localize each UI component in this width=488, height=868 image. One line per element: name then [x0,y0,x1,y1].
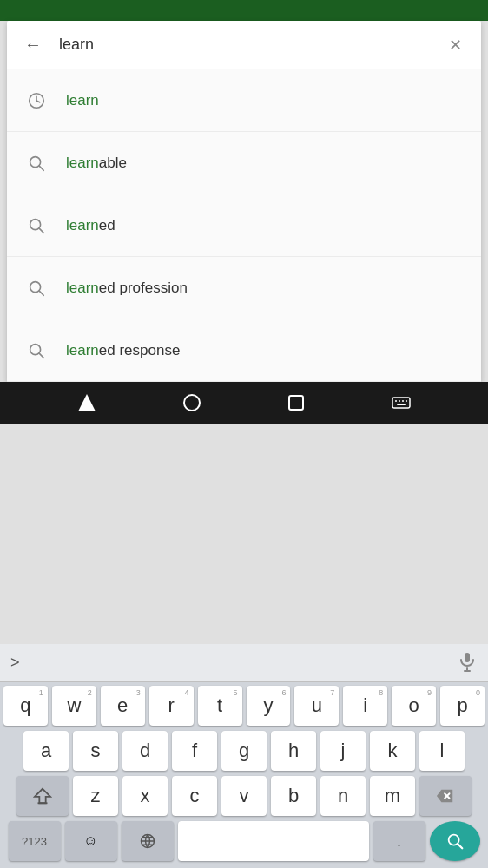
space-key[interactable] [178,821,369,861]
back-arrow-icon: ← [24,35,42,55]
key-row-1: 1q 2w 3e 4r 5t 6y 7u 8i 9o 0p [3,686,485,726]
svg-line-21 [458,844,462,848]
suggestion-text: learn [66,92,99,109]
clock-icon [21,85,52,116]
globe-key[interactable] [122,821,174,861]
search-icon [21,335,52,366]
bottom-nav [0,382,488,424]
key-c[interactable]: c [172,776,217,816]
key-b[interactable]: b [271,776,316,816]
highlight-text: learn [66,92,99,108]
suggestion-text: learned response [66,342,180,359]
suggestion-item-learned[interactable]: learned [7,194,481,257]
key-j[interactable]: j [320,731,366,771]
svg-point-23 [184,395,200,411]
keyboard-container: > 1q 2w 3e 4r 5t 6y 7u 8i 9o 0p a [0,644,488,868]
status-bar [0,0,488,21]
key-row-2: a s d f g h j k l [3,731,485,771]
key-x[interactable]: x [122,776,168,816]
svg-marker-14 [35,789,50,804]
key-d[interactable]: d [122,731,168,771]
period-key[interactable]: . [373,821,425,861]
key-a[interactable]: a [23,731,69,771]
svg-marker-22 [78,394,96,411]
highlight-text: learn [66,155,99,171]
key-i[interactable]: 8i [343,686,387,726]
suggestion-item-learn[interactable]: learn [7,69,481,132]
rest-text: ed profession [99,279,188,296]
key-f[interactable]: f [172,731,217,771]
key-q[interactable]: 1q [3,686,48,726]
suggestions-list: learn learnable [7,69,481,382]
clear-icon: ✕ [449,36,462,55]
key-row-4: ?123 ☺ . [3,821,485,861]
highlight-text: learn [66,279,99,296]
key-e[interactable]: 3e [101,686,145,726]
svg-line-10 [39,353,43,358]
search-icon [21,273,52,304]
suggestion-text: learnable [66,155,127,172]
key-t[interactable]: 5t [198,686,242,726]
key-u[interactable]: 7u [294,686,339,726]
shift-key[interactable] [16,776,69,816]
suggestion-item-learnable[interactable]: learnable [7,132,481,194]
key-m[interactable]: m [370,776,415,816]
key-row-3: z x c v b n m [3,776,485,816]
key-w[interactable]: 2w [52,686,96,726]
key-o[interactable]: 9o [392,686,436,726]
clear-button[interactable]: ✕ [439,30,471,61]
svg-rect-11 [465,653,470,662]
svg-line-6 [39,228,43,233]
symbols-key[interactable]: ?123 [9,821,61,861]
suggestion-text: learned profession [66,279,188,297]
search-icon [21,148,52,179]
search-input[interactable] [49,36,439,54]
keyboard-toolbar: > [0,644,488,682]
svg-line-4 [39,166,43,170]
svg-rect-25 [392,398,410,408]
microphone-button[interactable] [457,651,478,675]
search-submit-key[interactable] [430,821,480,861]
key-v[interactable]: v [221,776,267,816]
expand-button[interactable]: > [10,654,20,672]
emoji-key[interactable]: ☺ [65,821,117,861]
rest-text: able [99,155,127,171]
search-header: ← ✕ [7,21,481,69]
key-k[interactable]: k [370,731,415,771]
svg-rect-24 [289,396,303,410]
highlight-text: learn [66,342,99,358]
rest-text: ed [99,217,115,233]
search-icon [21,210,52,241]
back-button[interactable]: ← [17,30,49,61]
key-g[interactable]: g [221,731,267,771]
suggestion-item-learned-response[interactable]: learned response [7,319,481,382]
suggestion-item-learned-profession[interactable]: learned profession [7,257,481,319]
nav-home-button[interactable] [181,392,202,413]
svg-line-2 [36,101,40,102]
key-z[interactable]: z [73,776,118,816]
suggestion-text: learned [66,217,115,234]
key-s[interactable]: s [73,731,118,771]
key-l[interactable]: l [419,731,465,771]
key-p[interactable]: 0p [440,686,485,726]
highlight-text: learn [66,217,99,233]
svg-line-8 [39,291,43,295]
key-h[interactable]: h [271,731,316,771]
nav-back-button[interactable] [76,392,97,413]
keyboard-rows: 1q 2w 3e 4r 5t 6y 7u 8i 9o 0p a s d f g … [0,682,488,868]
key-y[interactable]: 6y [247,686,291,726]
rest-text: ed response [99,342,181,358]
key-n[interactable]: n [320,776,366,816]
delete-key[interactable] [419,776,472,816]
key-r[interactable]: 4r [149,686,194,726]
nav-recents-button[interactable] [286,392,307,413]
search-card: ← ✕ learn [7,21,481,382]
nav-keyboard-button[interactable] [391,392,412,413]
